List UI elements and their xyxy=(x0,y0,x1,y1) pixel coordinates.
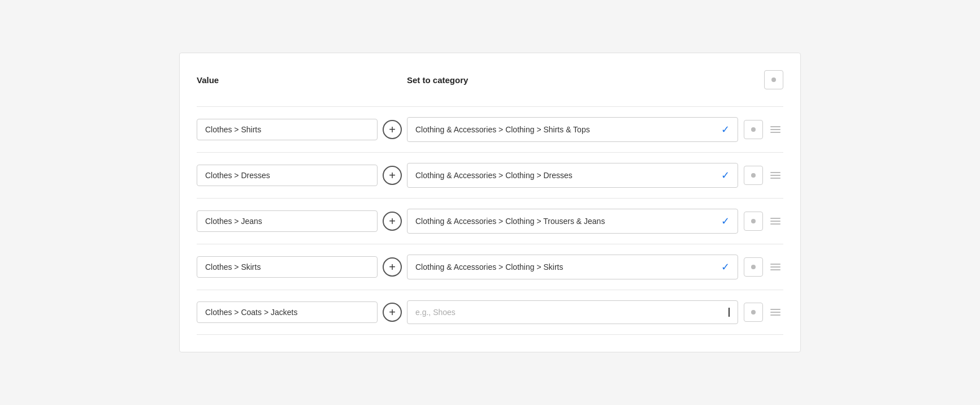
row-menu-button[interactable] xyxy=(767,257,783,277)
category-cell: Clothing & Accessories > Clothing > Dres… xyxy=(407,163,738,188)
row-actions xyxy=(738,166,783,185)
category-cell: e.g., Shoes xyxy=(407,300,738,324)
category-box[interactable]: Clothing & Accessories > Clothing > Trou… xyxy=(407,209,738,234)
table-row: Clothes > Coats > Jackets+e.g., Shoes xyxy=(197,290,783,335)
menu-line-icon xyxy=(770,266,780,268)
row-menu-button[interactable] xyxy=(767,303,783,322)
menu-line-icon xyxy=(770,172,780,173)
row-actions xyxy=(738,257,783,277)
add-button[interactable]: + xyxy=(383,303,402,322)
menu-line-icon xyxy=(770,218,780,219)
dot-icon xyxy=(771,77,776,82)
row-actions xyxy=(738,303,783,322)
menu-line-icon xyxy=(770,175,780,176)
dot-icon xyxy=(751,310,756,314)
row-menu-button[interactable] xyxy=(767,212,783,231)
table-row: Clothes > Shirts+Clothing & Accessories … xyxy=(197,107,783,153)
add-button[interactable]: + xyxy=(383,120,402,139)
category-text: Clothing & Accessories > Clothing > Dres… xyxy=(415,171,716,180)
plus-cell: + xyxy=(378,120,407,139)
value-box: Clothes > Skirts xyxy=(197,256,378,278)
menu-line-icon xyxy=(770,223,780,225)
category-box[interactable]: Clothing & Accessories > Clothing > Shir… xyxy=(407,117,738,142)
add-button[interactable]: + xyxy=(383,212,402,231)
value-box: Clothes > Shirts xyxy=(197,119,378,140)
menu-line-icon xyxy=(770,264,780,265)
check-icon: ✓ xyxy=(721,261,730,273)
category-text: Clothing & Accessories > Clothing > Shir… xyxy=(415,125,716,134)
add-button[interactable]: + xyxy=(383,257,402,277)
value-cell: Clothes > Dresses xyxy=(197,165,378,186)
header-dot-button[interactable] xyxy=(764,70,783,89)
category-text: Clothing & Accessories > Clothing > Trou… xyxy=(415,217,716,226)
row-dot-button[interactable] xyxy=(744,303,763,322)
menu-line-icon xyxy=(770,309,780,310)
category-cell: Clothing & Accessories > Clothing > Trou… xyxy=(407,209,738,234)
menu-line-icon xyxy=(770,312,780,313)
table-row: Clothes > Dresses+Clothing & Accessories… xyxy=(197,153,783,199)
table-row: Clothes > Skirts+Clothing & Accessories … xyxy=(197,244,783,290)
rows-container: Clothes > Shirts+Clothing & Accessories … xyxy=(197,107,783,335)
header-actions xyxy=(738,70,783,89)
plus-cell: + xyxy=(378,212,407,231)
menu-line-icon xyxy=(770,132,780,133)
plus-cell: + xyxy=(378,303,407,322)
menu-line-icon xyxy=(770,221,780,222)
menu-line-icon xyxy=(770,178,780,179)
dot-icon xyxy=(751,127,756,132)
row-dot-button[interactable] xyxy=(744,166,763,185)
value-cell: Clothes > Jeans xyxy=(197,210,378,232)
mapping-table: Value Set to category Clothes > Shirts+C… xyxy=(179,53,801,352)
table-row: Clothes > Jeans+Clothing & Accessories >… xyxy=(197,199,783,244)
row-menu-button[interactable] xyxy=(767,120,783,139)
category-box[interactable]: Clothing & Accessories > Clothing > Skir… xyxy=(407,255,738,279)
menu-line-icon xyxy=(770,269,780,270)
value-column-header: Value xyxy=(197,75,378,85)
row-menu-button[interactable] xyxy=(767,166,783,185)
value-cell: Clothes > Coats > Jackets xyxy=(197,301,378,323)
menu-line-icon xyxy=(770,126,780,127)
dot-icon xyxy=(751,173,756,178)
table-header: Value Set to category xyxy=(197,70,783,95)
check-icon: ✓ xyxy=(721,215,730,227)
value-box: Clothes > Jeans xyxy=(197,210,378,232)
row-dot-button[interactable] xyxy=(744,212,763,231)
text-cursor xyxy=(729,308,730,317)
value-box: Clothes > Coats > Jackets xyxy=(197,301,378,323)
check-icon: ✓ xyxy=(721,123,730,136)
row-actions xyxy=(738,120,783,139)
category-box[interactable]: e.g., Shoes xyxy=(407,300,738,324)
dot-icon xyxy=(751,219,756,223)
value-box: Clothes > Dresses xyxy=(197,165,378,186)
row-dot-button[interactable] xyxy=(744,120,763,139)
plus-cell: + xyxy=(378,166,407,185)
menu-line-icon xyxy=(770,314,780,316)
category-box[interactable]: Clothing & Accessories > Clothing > Dres… xyxy=(407,163,738,188)
category-cell: Clothing & Accessories > Clothing > Skir… xyxy=(407,255,738,279)
row-dot-button[interactable] xyxy=(744,257,763,277)
value-cell: Clothes > Shirts xyxy=(197,119,378,140)
plus-cell: + xyxy=(378,257,407,277)
row-actions xyxy=(738,212,783,231)
category-column-header: Set to category xyxy=(407,75,738,85)
menu-line-icon xyxy=(770,129,780,130)
dot-icon xyxy=(751,265,756,269)
category-cell: Clothing & Accessories > Clothing > Shir… xyxy=(407,117,738,142)
add-button[interactable]: + xyxy=(383,166,402,185)
check-icon: ✓ xyxy=(721,169,730,182)
category-text: Clothing & Accessories > Clothing > Skir… xyxy=(415,262,716,272)
value-cell: Clothes > Skirts xyxy=(197,256,378,278)
category-text: e.g., Shoes xyxy=(415,308,727,317)
